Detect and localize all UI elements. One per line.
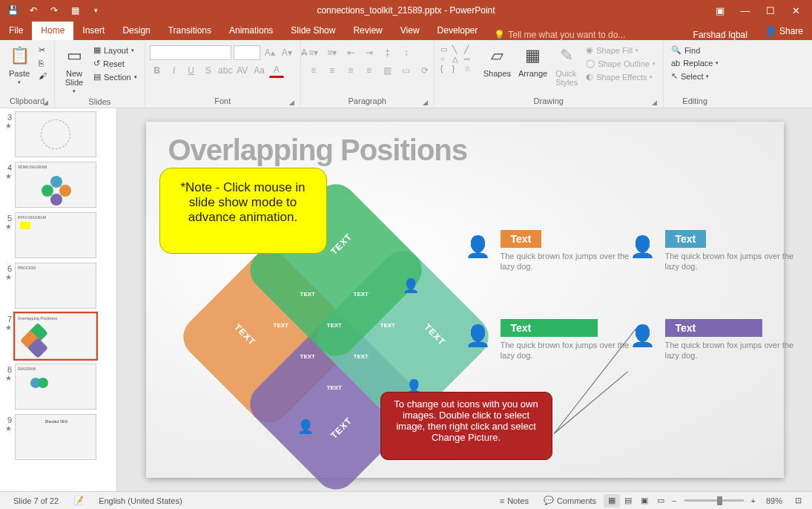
underline-button[interactable]: U xyxy=(184,63,199,78)
close-icon[interactable]: ✕ xyxy=(790,4,802,16)
tab-developer[interactable]: Developer xyxy=(429,22,487,40)
slide-canvas-area[interactable]: Overlapping Positions *Note - Click mous… xyxy=(117,108,812,491)
slide-thumb-5[interactable]: 5★PATH DIAGRAM xyxy=(3,212,112,258)
section-button[interactable]: ▤Section▾ xyxy=(90,70,140,83)
zoom-in-button[interactable]: + xyxy=(748,496,759,505)
launcher-icon[interactable]: ◢ xyxy=(289,99,294,106)
launcher-icon[interactable]: ◢ xyxy=(423,99,428,106)
slide-thumb-7[interactable]: 7★Overlapping Positions xyxy=(3,313,112,359)
zoom-level[interactable]: 89% xyxy=(759,496,790,505)
paste-button[interactable]: 📋 Paste▾ xyxy=(4,42,34,87)
slide-thumb-9[interactable]: 9★Blended VEN xyxy=(3,414,112,460)
slide[interactable]: Overlapping Positions *Note - Click mous… xyxy=(146,122,784,478)
reset-button[interactable]: ↺Reset xyxy=(90,57,140,70)
shape-arrow-icon[interactable]: ⇨ xyxy=(464,55,475,63)
slide-title[interactable]: Overlapping Positions xyxy=(168,134,468,167)
copy-button[interactable]: ⎘ xyxy=(36,57,50,69)
grow-font-icon[interactable]: A▴ xyxy=(263,45,277,60)
sorter-view-icon[interactable]: ▤ xyxy=(620,494,636,508)
ribbon-options-icon[interactable]: ▣ xyxy=(714,4,726,16)
tab-design[interactable]: Design xyxy=(113,22,159,40)
laptop-person-icon[interactable]: 👤 xyxy=(630,324,656,348)
layout-button[interactable]: ▦Layout▾ xyxy=(90,44,140,56)
share-button[interactable]: 👤Share xyxy=(756,22,812,40)
shape-star-icon[interactable]: ☆ xyxy=(464,65,475,73)
undo-icon[interactable]: ↶ xyxy=(28,5,39,16)
launcher-icon[interactable]: ◢ xyxy=(43,99,48,106)
shape-line-icon[interactable]: ╲ xyxy=(452,45,463,53)
italic-button[interactable]: I xyxy=(167,63,182,78)
replace-button[interactable]: abReplace▾ xyxy=(668,57,722,69)
new-slide-button[interactable]: ▭ New Slide▾ xyxy=(59,42,89,96)
presenter-icon[interactable]: 👤 xyxy=(465,234,491,259)
smartart-button[interactable]: ⟳ xyxy=(417,63,433,78)
save-icon[interactable]: 💾 xyxy=(7,5,18,16)
arrange-button[interactable]: ▦Arrange xyxy=(515,42,550,79)
quick-styles-button[interactable]: ✎Quick Styles xyxy=(552,42,581,88)
tab-view[interactable]: View xyxy=(392,22,429,40)
columns-button[interactable]: ▥ xyxy=(380,63,396,78)
numbering-button[interactable]: ≡▾ xyxy=(324,45,340,60)
start-from-beginning-icon[interactable]: ▦ xyxy=(70,5,80,16)
tab-slideshow[interactable]: Slide Show xyxy=(282,22,344,40)
note-red[interactable]: To change out icons with you own images.… xyxy=(380,392,552,460)
shape-effects-button[interactable]: ◐Shape Effects▾ xyxy=(583,70,658,83)
shape-line2-icon[interactable]: ╱ xyxy=(464,45,475,53)
user-name[interactable]: Farshad Iqbal xyxy=(684,30,756,40)
slide-thumb-4[interactable]: 4★VENN DIAGRAM xyxy=(3,162,112,208)
spell-check-icon[interactable]: 📝 xyxy=(66,496,91,505)
shape-tri-icon[interactable]: △ xyxy=(452,55,463,63)
tab-home[interactable]: Home xyxy=(32,22,73,40)
id-person-icon[interactable]: 👤 xyxy=(630,234,656,259)
person-icon[interactable]: 👤 xyxy=(403,278,419,294)
note-yellow[interactable]: *Note - Click mouse in slide show mode t… xyxy=(159,168,327,254)
shrink-font-icon[interactable]: A▾ xyxy=(280,45,294,60)
info-block-blue[interactable]: 👤 Text The quick brown fox jumps over th… xyxy=(665,230,799,272)
change-case-button[interactable]: Aa xyxy=(252,63,267,78)
tab-file[interactable]: File xyxy=(0,22,32,40)
slide-counter[interactable]: Slide 7 of 22 xyxy=(6,496,66,505)
increase-indent-button[interactable]: ⇥ xyxy=(361,45,377,60)
decrease-indent-button[interactable]: ⇤ xyxy=(343,45,359,60)
shape-rect-icon[interactable]: ▭ xyxy=(440,45,451,53)
align-right-button[interactable]: ≡ xyxy=(343,63,359,78)
justify-button[interactable]: ≡ xyxy=(361,63,377,78)
reading-view-icon[interactable]: ▣ xyxy=(636,494,653,508)
shape-fill-button[interactable]: ◉Shape Fill▾ xyxy=(583,44,658,56)
bullets-button[interactable]: ≡▾ xyxy=(306,45,322,60)
slideshow-view-icon[interactable]: ▭ xyxy=(653,494,669,508)
comments-button[interactable]: 💬 Comments xyxy=(536,496,604,505)
tab-animations[interactable]: Animations xyxy=(220,22,282,40)
slide-thumb-6[interactable]: 6★PROCESS xyxy=(3,263,112,309)
notes-button[interactable]: ≡ Notes xyxy=(492,496,536,505)
tab-insert[interactable]: Insert xyxy=(73,22,113,40)
qat-customize-icon[interactable]: ▾ xyxy=(90,5,101,16)
maximize-icon[interactable]: ☐ xyxy=(765,4,776,16)
line-spacing-button[interactable]: ‡ xyxy=(380,45,396,60)
slide-thumbnail-panel[interactable]: 3★ 4★VENN DIAGRAM 5★PATH DIAGRAM 6★PROCE… xyxy=(0,108,117,491)
find-button[interactable]: 🔍Find xyxy=(668,44,722,56)
shape-brace-icon[interactable]: { xyxy=(440,65,451,73)
normal-view-icon[interactable]: ▦ xyxy=(604,494,620,508)
shape-outline-button[interactable]: ◯Shape Outline▾ xyxy=(583,57,658,70)
minimize-icon[interactable]: ― xyxy=(739,4,751,16)
fit-to-window-icon[interactable]: ⊡ xyxy=(790,494,806,508)
language-button[interactable]: English (United States) xyxy=(91,496,190,505)
shape-oval-icon[interactable]: ○ xyxy=(440,55,451,63)
person-icon[interactable]: 👤 xyxy=(297,418,314,435)
format-painter-button[interactable]: 🖌 xyxy=(36,70,50,82)
align-center-button[interactable]: ≡ xyxy=(324,63,340,78)
info-block-green[interactable]: 👤 Text The quick brown fox jumps over th… xyxy=(501,319,634,361)
select-button[interactable]: ↖Select▾ xyxy=(668,70,722,82)
shadow-button[interactable]: abc xyxy=(218,63,233,78)
zoom-slider[interactable] xyxy=(684,499,744,502)
bold-button[interactable]: B xyxy=(150,63,165,78)
cut-button[interactable]: ✂ xyxy=(36,44,50,56)
slide-thumb-8[interactable]: 8★DIAGRAM xyxy=(3,364,112,410)
slide-thumb-3[interactable]: 3★ xyxy=(3,111,112,157)
strike-button[interactable]: S xyxy=(201,63,216,78)
font-size-input[interactable] xyxy=(234,45,260,60)
tab-transitions[interactable]: Transitions xyxy=(159,22,220,40)
launcher-icon[interactable]: ◢ xyxy=(652,99,657,106)
text-direction-button[interactable]: ↕ xyxy=(398,45,415,60)
